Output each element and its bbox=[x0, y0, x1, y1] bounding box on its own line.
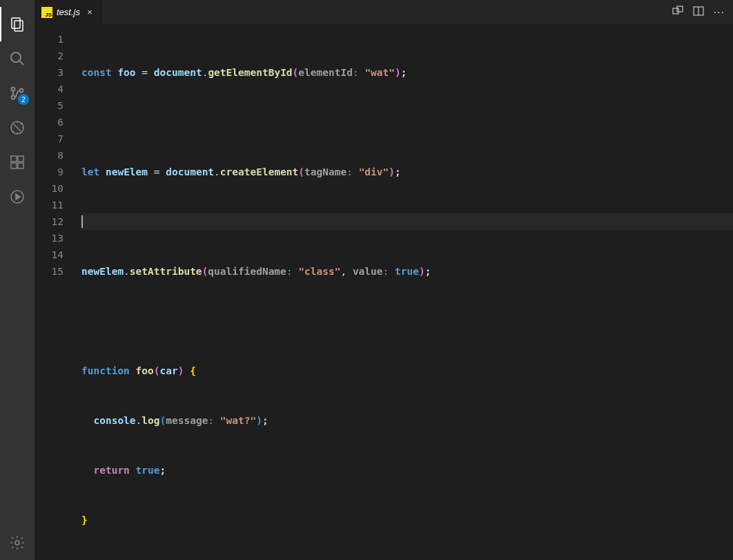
code-line: console.log(message: "wat?"); bbox=[81, 412, 733, 429]
debug-icon[interactable] bbox=[0, 110, 35, 145]
code-line bbox=[81, 313, 733, 329]
svg-point-4 bbox=[12, 88, 15, 91]
editor-area: JS test.js × ··· 123 456 789 101112 1314… bbox=[35, 0, 733, 560]
tab-test-js[interactable]: JS test.js × bbox=[35, 0, 103, 24]
svg-rect-15 bbox=[673, 8, 678, 14]
code-line bbox=[81, 213, 733, 230]
svg-marker-13 bbox=[16, 194, 20, 200]
code-line: newElem.setAttribute(qualifiedName: "cla… bbox=[81, 263, 733, 280]
svg-rect-9 bbox=[11, 163, 17, 168]
svg-point-2 bbox=[11, 52, 21, 62]
svg-rect-11 bbox=[18, 156, 23, 162]
activity-bar: 2 bbox=[0, 0, 35, 560]
code-line: } bbox=[81, 512, 733, 528]
js-file-icon: JS bbox=[41, 7, 52, 18]
settings-gear-icon[interactable] bbox=[0, 525, 35, 560]
code-line: const foo = document.getElementById(elem… bbox=[81, 64, 733, 81]
svg-point-5 bbox=[20, 89, 23, 93]
editor-actions: ··· bbox=[672, 0, 733, 24]
cursor bbox=[81, 215, 83, 228]
split-editor-icon[interactable] bbox=[693, 6, 704, 19]
search-icon[interactable] bbox=[0, 41, 35, 76]
svg-point-14 bbox=[15, 541, 19, 545]
svg-rect-0 bbox=[12, 18, 20, 28]
code-content[interactable]: const foo = document.getElementById(elem… bbox=[81, 24, 733, 560]
source-control-icon[interactable]: 2 bbox=[0, 76, 35, 110]
line-number-gutter: 123 456 789 101112 131415 bbox=[35, 24, 81, 560]
extensions-icon[interactable] bbox=[0, 145, 35, 180]
explorer-icon[interactable] bbox=[0, 7, 35, 41]
editor[interactable]: 123 456 789 101112 131415 const foo = do… bbox=[35, 24, 733, 560]
tab-bar: JS test.js × ··· bbox=[35, 0, 733, 24]
code-line: let newElem = document.createElement(tag… bbox=[81, 164, 733, 180]
svg-rect-10 bbox=[18, 163, 23, 168]
svg-rect-16 bbox=[677, 6, 683, 12]
svg-rect-8 bbox=[11, 156, 17, 162]
close-icon[interactable]: × bbox=[84, 7, 95, 18]
live-share-icon[interactable] bbox=[0, 180, 35, 214]
tab-label: test.js bbox=[57, 7, 80, 17]
svg-rect-1 bbox=[14, 21, 23, 31]
code-line bbox=[81, 114, 733, 131]
svg-line-3 bbox=[19, 61, 23, 65]
scm-badge: 2 bbox=[18, 94, 29, 105]
more-actions-icon[interactable]: ··· bbox=[714, 6, 725, 19]
code-line: function foo(car) { bbox=[81, 363, 733, 379]
code-line: return true; bbox=[81, 462, 733, 479]
svg-point-6 bbox=[12, 96, 15, 99]
compare-icon[interactable] bbox=[672, 6, 683, 19]
